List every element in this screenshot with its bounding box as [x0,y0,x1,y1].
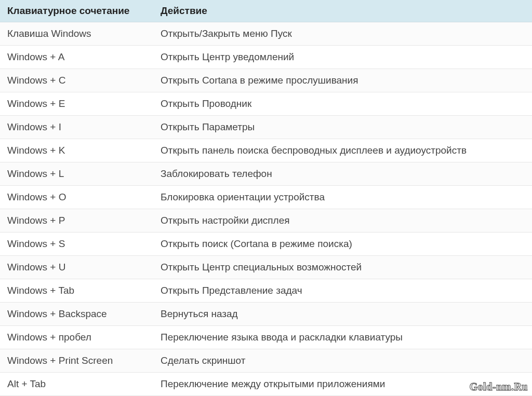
cell-action: Открыть Проводник [153,92,532,116]
shortcuts-table: Клавиатурное сочетание Действие Клавиша … [0,0,532,396]
table-row: Windows + PОткрыть настройки дисплея [0,209,532,233]
header-shortcut: Клавиатурное сочетание [0,0,153,22]
cell-shortcut: Windows + Tab [0,279,153,303]
cell-action: Открыть поиск (Cortana в режиме поиска) [153,233,532,256]
cell-action: Блокировка ориентации устройства [153,186,532,209]
cell-shortcut: Windows + O [0,186,153,209]
table-header-row: Клавиатурное сочетание Действие [0,0,532,22]
cell-action: Открыть Представление задач [153,279,532,303]
cell-shortcut: Клавиша Windows [0,22,153,46]
cell-action: Открыть Центр специальных возможностей [153,256,532,279]
table-row: Windows + BackspaceВернуться назад [0,303,532,326]
table-row: Клавиша WindowsОткрыть/Закрыть меню Пуск [0,22,532,46]
cell-action: Открыть Cortana в режиме прослушивания [153,69,532,92]
table-row: Windows + CОткрыть Cortana в режиме прос… [0,69,532,92]
cell-action: Открыть панель поиска беспроводных диспл… [153,139,532,162]
cell-shortcut: Windows + E [0,92,153,116]
cell-shortcut: Windows + A [0,46,153,69]
cell-shortcut: Windows + Backspace [0,303,153,326]
table-row: Windows + пробелПереключение языка ввода… [0,326,532,349]
cell-shortcut: Windows + C [0,69,153,92]
table-row: Windows + UОткрыть Центр специальных воз… [0,256,532,279]
table-row: Windows + OБлокировка ориентации устройс… [0,186,532,209]
cell-shortcut: Windows + U [0,256,153,279]
cell-shortcut: Windows + K [0,139,153,162]
cell-action: Переключение языка ввода и раскладки кла… [153,326,532,349]
cell-action: Переключение между открытыми приложениям… [153,373,532,396]
cell-action: Вернуться назад [153,303,532,326]
table-body: Клавиша WindowsОткрыть/Закрыть меню Пуск… [0,22,532,396]
cell-action: Открыть Параметры [153,116,532,139]
table-row: Windows + LЗаблокировать телефон [0,162,532,186]
table-row: Windows + TabОткрыть Представление задач [0,279,532,303]
cell-action: Сделать скриншот [153,349,532,373]
table-row: Windows + IОткрыть Параметры [0,116,532,139]
cell-action: Открыть/Закрыть меню Пуск [153,22,532,46]
table-row: Windows + EОткрыть Проводник [0,92,532,116]
table-row: Windows + Print ScreenСделать скриншот [0,349,532,373]
cell-action: Заблокировать телефон [153,162,532,186]
table-row: Windows + KОткрыть панель поиска беспров… [0,139,532,162]
cell-shortcut: Windows + L [0,162,153,186]
header-action: Действие [153,0,532,22]
table-row: Windows + SОткрыть поиск (Cortana в режи… [0,233,532,256]
cell-shortcut: Windows + P [0,209,153,233]
cell-shortcut: Alt + Tab [0,373,153,396]
cell-shortcut: Windows + пробел [0,326,153,349]
table-row: Alt + TabПереключение между открытыми пр… [0,373,532,396]
table-row: Windows + AОткрыть Центр уведомлений [0,46,532,69]
cell-shortcut: Windows + S [0,233,153,256]
cell-shortcut: Windows + Print Screen [0,349,153,373]
cell-shortcut: Windows + I [0,116,153,139]
cell-action: Открыть Центр уведомлений [153,46,532,69]
cell-action: Открыть настройки дисплея [153,209,532,233]
